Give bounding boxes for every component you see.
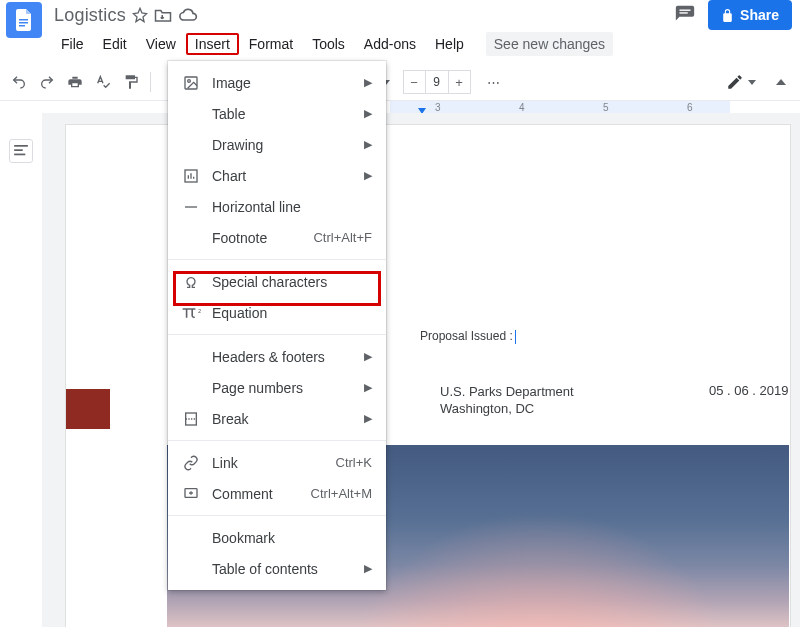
submenu-arrow-icon: ▶ [364,76,372,89]
share-button[interactable]: Share [708,0,792,30]
ruler-tick: 4 [519,102,525,113]
font-size-value[interactable]: 9 [426,75,448,89]
svg-rect-2 [19,25,25,27]
menu-tools[interactable]: Tools [303,33,354,55]
menu-help[interactable]: Help [426,33,473,55]
insert-bookmark[interactable]: Bookmark [168,522,386,553]
hr-icon [180,199,202,215]
menubar: File Edit View Insert Format Tools Add-o… [0,24,800,62]
toolbar: − 9 + ⋯ [0,62,800,100]
date-text: 05 . 06 . 2019 [709,383,789,398]
menu-file[interactable]: File [52,33,93,55]
insert-horizontal-line[interactable]: Horizontal line [168,191,386,222]
undo-icon[interactable] [8,71,30,93]
insert-table[interactable]: Table ▶ [168,98,386,129]
proposal-issued-text: Proposal Issued : [420,329,516,344]
expand-up-icon[interactable] [770,71,792,93]
insert-drawing[interactable]: Drawing ▶ [168,129,386,160]
see-new-changes[interactable]: See new changes [486,32,613,56]
redo-icon[interactable] [36,71,58,93]
docs-app-icon[interactable] [6,2,42,38]
menu-insert[interactable]: Insert [186,33,239,55]
svg-rect-4 [680,12,688,13]
submenu-arrow-icon: ▶ [364,138,372,151]
font-size-box: − 9 + [403,70,471,94]
submenu-arrow-icon: ▶ [364,107,372,120]
text-cursor [515,330,516,344]
svg-point-9 [188,79,191,82]
ruler-tick: 3 [435,102,441,113]
star-icon[interactable] [132,7,148,23]
insert-break[interactable]: Break ▶ [168,403,386,434]
more-toolbar-icon[interactable]: ⋯ [483,71,505,93]
document-title[interactable]: Logistics [54,5,126,26]
insert-equation[interactable]: ² Equation [168,297,386,328]
svg-rect-1 [19,22,28,24]
city-text: Washington, DC [440,401,534,416]
menu-format[interactable]: Format [240,33,302,55]
spellcheck-icon[interactable] [92,71,114,93]
outline-rail [0,113,42,627]
chart-icon [180,168,202,184]
insert-image[interactable]: Image ▶ [168,67,386,98]
svg-rect-5 [14,145,28,147]
editing-mode[interactable] [726,73,756,91]
cloud-status-icon[interactable] [178,8,198,22]
submenu-arrow-icon: ▶ [364,412,372,425]
insert-link[interactable]: Link Ctrl+K [168,447,386,478]
ruler-tick: 6 [687,102,693,113]
open-comments-icon[interactable] [674,4,696,26]
svg-rect-3 [680,10,691,11]
omega-icon [180,274,202,290]
insert-chart[interactable]: Chart ▶ [168,160,386,191]
image-icon [180,75,202,91]
paint-format-icon[interactable] [120,71,142,93]
submenu-arrow-icon: ▶ [364,381,372,394]
link-icon [180,455,202,471]
ruler-tick: 5 [603,102,609,113]
insert-page-numbers[interactable]: Page numbers ▶ [168,372,386,403]
outline-toggle-icon[interactable] [9,139,33,163]
font-size-decrease[interactable]: − [404,71,426,93]
submenu-arrow-icon: ▶ [364,350,372,363]
svg-rect-7 [14,154,25,156]
svg-rect-0 [19,19,28,21]
svg-rect-6 [14,149,23,151]
insert-footnote[interactable]: Footnote Ctrl+Alt+F [168,222,386,253]
red-block [66,389,110,429]
insert-comment[interactable]: Comment Ctrl+Alt+M [168,478,386,509]
font-size-increase[interactable]: + [448,71,470,93]
pi-icon: ² [180,306,202,320]
insert-dropdown: Image ▶ Table ▶ Drawing ▶ Chart ▶ Horizo… [168,61,386,590]
share-label: Share [740,7,779,23]
move-folder-icon[interactable] [154,7,172,23]
dept-text: U.S. Parks Department [440,384,574,399]
insert-special-characters[interactable]: Special characters [168,266,386,297]
menu-addons[interactable]: Add-ons [355,33,425,55]
menu-edit[interactable]: Edit [94,33,136,55]
comment-icon [180,486,202,502]
print-icon[interactable] [64,71,86,93]
insert-toc[interactable]: Table of contents ▶ [168,553,386,584]
insert-headers-footers[interactable]: Headers & footers ▶ [168,341,386,372]
submenu-arrow-icon: ▶ [364,562,372,575]
menu-view[interactable]: View [137,33,185,55]
break-icon [180,411,202,427]
submenu-arrow-icon: ▶ [364,169,372,182]
